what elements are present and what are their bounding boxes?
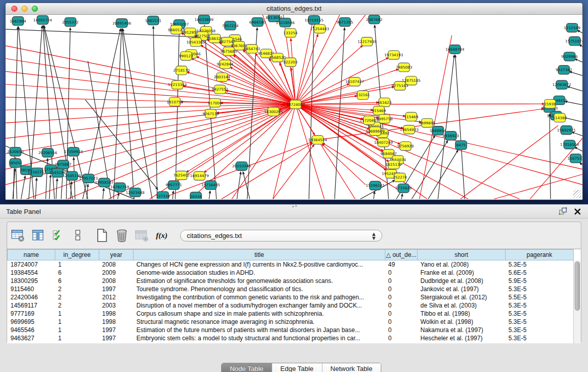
graph-edge[interactable]: [296, 46, 363, 104]
graph-node-teal[interactable]: 16033809: [194, 15, 213, 24]
function-builder-icon[interactable]: f(x): [154, 228, 169, 243]
table-cell[interactable]: 5.3E-5: [506, 326, 574, 334]
table-cell[interactable]: de Silva et al. (2003): [418, 301, 506, 310]
graph-node-yellow[interactable]: 990123: [179, 52, 193, 60]
table-cell[interactable]: Embryonic stem cells: a model to study s…: [134, 334, 385, 342]
graph-node-teal[interactable]: 1167533: [568, 154, 582, 163]
table-row[interactable]: 946554611997Estimation of the future num…: [8, 326, 574, 334]
citation-network-graph[interactable]: 1661904140557242055372208914061881531106…: [6, 15, 582, 199]
graph-node-teal[interactable]: 2087682: [366, 15, 382, 24]
close-panel-icon[interactable]: [574, 208, 581, 217]
graph-node-teal[interactable]: 9857771: [165, 181, 182, 189]
table-row[interactable]: 946362711997Embryonic stem cells: a mode…: [8, 334, 574, 342]
graph-edge[interactable]: [296, 104, 324, 199]
table-cell[interactable]: 2008: [99, 277, 134, 285]
column-header-year[interactable]: year: [99, 250, 134, 260]
table-cell[interactable]: 9465546: [8, 326, 55, 334]
table-cell[interactable]: 0: [385, 301, 418, 310]
table-row[interactable]: 977716911998Corpus callosum shape and si…: [8, 310, 574, 318]
show-columns-icon[interactable]: [30, 228, 46, 243]
table-row[interactable]: 1830029562008Estimation of significance …: [8, 277, 574, 285]
graph-edge[interactable]: [35, 178, 36, 199]
graph-edge[interactable]: [172, 191, 173, 199]
graph-node-yellow[interactable]: 8427552: [212, 85, 228, 94]
tab-edge-table[interactable]: Edge Table: [272, 363, 322, 372]
graph-node-teal[interactable]: 15692971: [557, 126, 576, 135]
table-cell[interactable]: 5.3E-5: [506, 260, 574, 269]
graph-node-teal[interactable]: 17016504: [560, 140, 579, 149]
graph-node-yellow[interactable]: 822203: [284, 58, 298, 67]
table-cell[interactable]: 1: [55, 326, 99, 334]
table-cell[interactable]: 22420046: [8, 293, 55, 301]
table-cell[interactable]: 2003: [99, 301, 134, 310]
table-cell[interactable]: 49: [385, 260, 418, 269]
table-row[interactable]: 1456911722003Disruption of a novel membe…: [8, 301, 574, 310]
graph-node-yellow[interactable]: 7625402: [173, 171, 189, 180]
float-window-icon[interactable]: [559, 207, 567, 217]
graph-node-yellow[interactable]: 9756928: [397, 142, 414, 150]
table-cell[interactable]: 0: [385, 293, 418, 301]
table-cell[interactable]: 18724007: [8, 260, 55, 269]
delete-trash-icon[interactable]: [114, 228, 129, 243]
graph-edge[interactable]: [374, 191, 375, 199]
graph-node-yellow[interactable]: 12217939: [358, 37, 377, 46]
table-cell[interactable]: 1: [55, 318, 99, 326]
graph-node-teal[interactable]: 9671355: [337, 18, 353, 27]
column-header-pagerank[interactable]: pagerank: [506, 250, 574, 260]
table-cell[interactable]: Hescheler et al. (1997): [418, 334, 506, 342]
table-cell[interactable]: Jankovic et al. (1997): [418, 285, 506, 293]
graph-node-teal[interactable]: 20891406: [113, 19, 132, 28]
new-file-icon[interactable]: [94, 228, 110, 243]
graph-node-teal[interactable]: 15751074: [565, 37, 582, 46]
table-cell[interactable]: 2012: [99, 293, 134, 301]
table-cell[interactable]: Investigating the contribution of common…: [134, 293, 385, 301]
graph-node-teal[interactable]: 10719155: [304, 16, 323, 25]
graph-node-yellow[interactable]: 133254: [284, 29, 298, 37]
tab-network-table[interactable]: Network Table: [322, 363, 381, 372]
graph-node-yellow[interactable]: 1810755: [166, 97, 183, 106]
graph-node-teal[interactable]: 8938923: [443, 132, 460, 140]
table-cell[interactable]: 5.6E-5: [506, 269, 574, 277]
table-cell[interactable]: 1997: [99, 334, 134, 342]
graph-node-yellow[interactable]: 2718170: [173, 66, 190, 75]
graph-edge[interactable]: [13, 27, 18, 199]
graph-node-yellow[interactable]: 11254483: [310, 25, 329, 33]
graph-edge[interactable]: [455, 55, 465, 199]
table-cell[interactable]: 14569117: [8, 301, 55, 310]
graph-node-yellow[interactable]: 917004: [208, 98, 222, 107]
table-cell[interactable]: 1: [55, 334, 99, 342]
graph-node-teal[interactable]: 14055724: [33, 16, 52, 25]
table-cell[interactable]: 18300295: [8, 277, 55, 285]
table-cell[interactable]: 6: [55, 269, 99, 277]
select-all-columns-icon[interactable]: [50, 228, 66, 243]
graph-node-yellow[interactable]: 132161: [356, 91, 370, 99]
graph-edge[interactable]: [296, 104, 545, 104]
graph-edge[interactable]: [71, 182, 72, 199]
table-cell[interactable]: Estimation of significance thresholds fo…: [134, 277, 385, 285]
table-cell[interactable]: 1997: [99, 326, 134, 334]
graph-node-yellow[interactable]: 7485083: [396, 63, 412, 72]
table-row[interactable]: 1938455462009Genome-wide association stu…: [8, 269, 574, 277]
table-cell[interactable]: Tibbo et al. (1998): [418, 310, 506, 318]
table-cell[interactable]: 2009: [99, 269, 134, 277]
graph-node-yellow[interactable]: 1615132: [385, 160, 402, 169]
graph-node-yellow[interactable]: 9675685: [221, 47, 237, 56]
table-row[interactable]: 911546021997Tourette syndrome. Phenomeno…: [8, 285, 574, 293]
table-cell[interactable]: Structural magnetic resonance image aver…: [134, 318, 385, 326]
graph-edge[interactable]: [572, 132, 582, 136]
graph-edge[interactable]: [6, 84, 296, 104]
graph-edge[interactable]: [575, 147, 582, 151]
graph-edge[interactable]: [237, 172, 241, 199]
graph-edge[interactable]: [575, 59, 582, 62]
table-row[interactable]: 2242004622012Investigating the contribut…: [8, 293, 574, 301]
split-pane-handle-icon[interactable]: ▲▼: [292, 205, 297, 208]
table-row[interactable]: 969969511998Structural magnetic resonanc…: [8, 318, 574, 326]
table-cell[interactable]: Corpus callosum shape and size in male p…: [134, 310, 385, 318]
table-cell[interactable]: 9463627: [8, 334, 55, 342]
table-selector-dropdown[interactable]: citations_edges.txt ▲▼: [180, 230, 382, 242]
graph-edge[interactable]: [6, 72, 296, 104]
window-resize-grip[interactable]: [573, 190, 581, 198]
graph-node-yellow[interactable]: 9699695: [419, 119, 435, 127]
table-cell[interactable]: 2: [55, 293, 99, 301]
table-cell[interactable]: 0: [385, 277, 418, 285]
